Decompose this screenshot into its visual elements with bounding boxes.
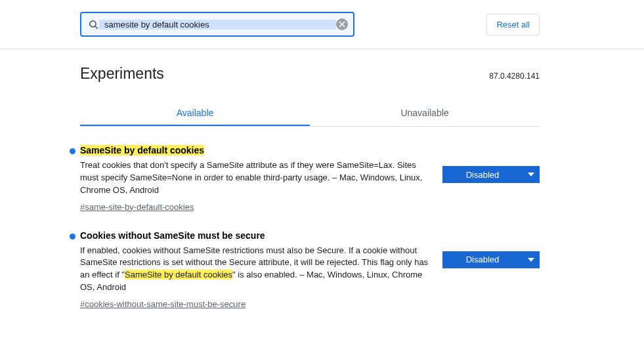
flag-anchor-link[interactable]: #cookies-without-same-site-must-be-secur… (80, 299, 246, 309)
modified-dot-icon (70, 234, 75, 239)
tab-available[interactable]: Available (80, 100, 310, 126)
search-input[interactable] (99, 20, 336, 30)
reset-all-button[interactable]: Reset all (486, 14, 540, 35)
flag-description: Treat cookies that don't specify a SameS… (80, 159, 429, 197)
search-box[interactable] (80, 12, 354, 37)
flag-select-value: Disabled (466, 255, 500, 264)
chevron-down-icon (528, 173, 534, 176)
page-title: Experiments (80, 65, 164, 83)
highlight: SameSite by default cookies (125, 270, 232, 279)
version-label: 87.0.4280.141 (489, 72, 540, 81)
flag-anchor-link[interactable]: #same-site-by-default-cookies (80, 202, 194, 212)
top-bar: Reset all (0, 0, 644, 49)
flag-item: Cookies without SameSite must be secure … (80, 212, 540, 309)
flag-select[interactable]: Disabled (442, 166, 540, 183)
flag-description: If enabled, cookies without SameSite res… (80, 245, 429, 294)
flag-title: Cookies without SameSite must be secure (80, 230, 429, 241)
content: Experiments 87.0.4280.141 Available Unav… (80, 49, 540, 309)
flag-select[interactable]: Disabled (442, 251, 540, 268)
svg-line-1 (95, 26, 98, 28)
flag-title: SameSite by default cookies (80, 145, 429, 155)
modified-dot-icon (70, 148, 75, 154)
tab-unavailable[interactable]: Unavailable (310, 100, 540, 126)
search-icon (88, 19, 99, 30)
tabs: Available Unavailable (80, 100, 540, 127)
flag-item: SameSite by default cookies Treat cookie… (80, 127, 540, 212)
clear-search-button[interactable] (336, 18, 348, 30)
svg-point-0 (90, 20, 96, 26)
flag-select-value: Disabled (466, 170, 500, 180)
chevron-down-icon (528, 258, 534, 262)
highlight: SameSite by default cookies (80, 145, 204, 155)
